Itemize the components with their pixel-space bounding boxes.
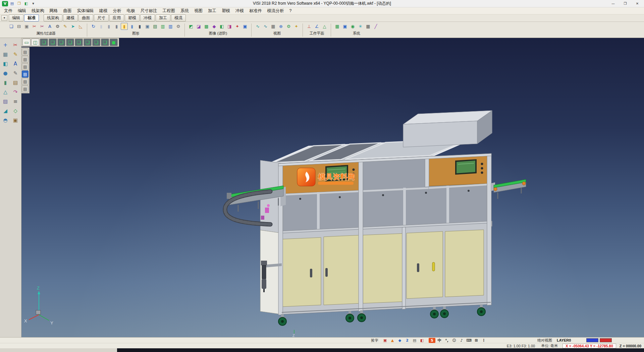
split-window-icon[interactable]: ◫: [31, 39, 39, 46]
view-mode-label[interactable]: 绝对视图: [537, 338, 552, 343]
workplane-angle-icon[interactable]: ∠: [313, 23, 320, 30]
visi-logo[interactable]: V: [2, 1, 8, 6]
ime-keyboard-icon[interactable]: ⌨: [466, 338, 472, 343]
menu-item[interactable]: 标准件: [247, 7, 265, 14]
menu-item[interactable]: 曲面: [61, 7, 74, 14]
front-view-cube-icon[interactable]: ❏: [49, 39, 57, 46]
quickbar-dropdown-icon[interactable]: ▾: [30, 1, 36, 6]
eraser-icon[interactable]: ◺: [77, 23, 84, 30]
open-folder-icon[interactable]: ❐: [16, 1, 22, 6]
ribbon-tab[interactable]: 尺寸: [94, 14, 109, 21]
menu-item[interactable]: 线架构: [29, 7, 47, 14]
chamfer-icon[interactable]: ◢: [1, 106, 10, 115]
menu-item[interactable]: 实体编辑: [74, 7, 97, 14]
menu-item[interactable]: 电极: [124, 7, 138, 14]
new-doc-icon[interactable]: ▤: [9, 1, 15, 6]
filter-arrow-icon[interactable]: ➤: [69, 23, 76, 30]
grid-snap-icon[interactable]: ▦: [1, 50, 10, 59]
sogou-logo-icon[interactable]: S: [429, 338, 435, 343]
texture-icon[interactable]: ▩: [203, 23, 210, 30]
sketch-icon[interactable]: ✎: [11, 50, 20, 59]
workplane-3d-icon[interactable]: △: [321, 23, 328, 30]
ribbon-tab[interactable]: 加工: [156, 14, 170, 21]
shading-icon[interactable]: ▨: [1, 97, 10, 106]
dynamic-rotate-icon[interactable]: ∿: [254, 23, 261, 30]
box-cylinder-icon[interactable]: ▣: [144, 23, 151, 30]
fill-color-swatch[interactable]: [600, 338, 612, 342]
globe-icon[interactable]: ◉: [349, 23, 356, 30]
axon-view-cube-icon[interactable]: ❏: [101, 39, 109, 46]
bottom-view-cube-icon[interactable]: ❏: [92, 39, 100, 46]
edit-geometry-icon[interactable]: ✎: [11, 69, 20, 78]
reflection-icon[interactable]: ◧: [218, 23, 225, 30]
top-view-cube-icon[interactable]: ❏: [57, 39, 65, 46]
clipboard-panel-button-2[interactable]: ▤: [22, 56, 29, 63]
attribute-letter-icon[interactable]: A: [46, 23, 53, 30]
section-icon[interactable]: ╱: [372, 23, 379, 30]
entity-properties-icon[interactable]: ❏: [8, 23, 15, 30]
ribbon-tab[interactable]: 冲模: [140, 14, 155, 21]
back-view-cube-icon[interactable]: ❏: [84, 39, 92, 46]
trim-icon[interactable]: ✂: [39, 23, 46, 30]
clipboard-panel-button-5[interactable]: ▤: [22, 78, 29, 85]
grid-icon[interactable]: ▦: [365, 23, 372, 30]
snap-toggle[interactable]: 捡字: [371, 338, 378, 343]
left-view-cube-icon[interactable]: ❏: [66, 39, 74, 46]
menu-item[interactable]: 加工: [205, 7, 219, 14]
light-icon[interactable]: ✦: [234, 23, 241, 30]
menu-item[interactable]: 文件: [1, 7, 15, 14]
render-mode-icon[interactable]: ◩: [187, 23, 195, 30]
color-palette-icon[interactable]: ▦: [334, 23, 341, 30]
sphere-icon[interactable]: ●: [1, 69, 10, 78]
menu-item[interactable]: 建模: [97, 7, 110, 14]
ribbon-tab[interactable]: 应用: [109, 14, 124, 21]
ime-lang-icon[interactable]: 中: [436, 338, 443, 343]
workplane-xy-icon[interactable]: ⊥: [306, 23, 313, 30]
close-button[interactable]: ✕: [631, 0, 643, 7]
camera-icon[interactable]: ▣: [241, 23, 249, 30]
plane-icon[interactable]: ◇: [11, 106, 20, 115]
view-star-icon[interactable]: ✦: [293, 23, 300, 30]
cut-icon[interactable]: ✂: [31, 23, 38, 30]
view-settings-icon[interactable]: ⚙: [285, 23, 292, 30]
ribbon-tab[interactable]: 编辑: [9, 14, 23, 21]
ime-punct-icon[interactable]: °,: [443, 338, 450, 343]
view-grid-icon[interactable]: ▦: [270, 23, 277, 30]
database-blue-icon[interactable]: ▥: [167, 23, 174, 30]
menu-item[interactable]: 分析: [110, 7, 124, 14]
monitor-icon[interactable]: ▣: [341, 23, 348, 30]
database-green-icon[interactable]: ▥: [159, 23, 166, 30]
line-color-swatch[interactable]: [586, 338, 598, 342]
menu-item[interactable]: 网格: [47, 7, 61, 14]
edit-pencil-icon[interactable]: ✎: [62, 23, 69, 30]
single-window-icon[interactable]: ▭: [22, 39, 31, 46]
menu-item[interactable]: 视图: [192, 7, 205, 14]
ribbon-tab[interactable]: 标准: [24, 14, 39, 21]
right-view-cube-icon[interactable]: ❏: [75, 39, 83, 46]
dome-icon[interactable]: ◓: [1, 116, 10, 125]
rendered-cylinder-icon[interactable]: ▮: [128, 23, 136, 30]
menu-item[interactable]: 编辑: [15, 7, 29, 14]
zoom-icon[interactable]: ⊕: [277, 23, 284, 30]
tray-count-icon[interactable]: 2: [404, 338, 411, 343]
clipboard-panel-button-3[interactable]: ▤: [22, 63, 29, 70]
ribbon-tab[interactable]: 模流: [171, 14, 186, 21]
maximize-button[interactable]: ❐: [619, 0, 631, 7]
hidden-line-cylinder-icon[interactable]: ▮: [105, 23, 112, 30]
menu-item[interactable]: ?: [287, 7, 294, 14]
layers-icon[interactable]: ≡: [11, 97, 20, 106]
ime-toolbox-icon[interactable]: ⊞: [473, 338, 480, 343]
menu-item[interactable]: 系统: [178, 7, 192, 14]
refresh-view-icon[interactable]: ↻: [90, 23, 97, 30]
solids-list-icon[interactable]: ▤: [152, 23, 159, 30]
tray-paint-icon[interactable]: ◧: [419, 338, 425, 343]
ribbon-tab[interactable]: 线架构: [44, 14, 62, 21]
transparency-icon[interactable]: ◨: [226, 23, 233, 30]
shaded-view-cube-icon[interactable]: ◼: [110, 39, 118, 46]
ime-emoji-icon[interactable]: ☺: [451, 338, 458, 343]
dynamic-pan-icon[interactable]: ∿: [262, 23, 269, 30]
ribbon-tab[interactable]: 建模: [63, 14, 78, 21]
model-cube-icon[interactable]: ◧: [23, 1, 29, 6]
select-icon[interactable]: +: [1, 41, 10, 49]
cylinder-tool-icon[interactable]: ▮: [1, 78, 10, 87]
